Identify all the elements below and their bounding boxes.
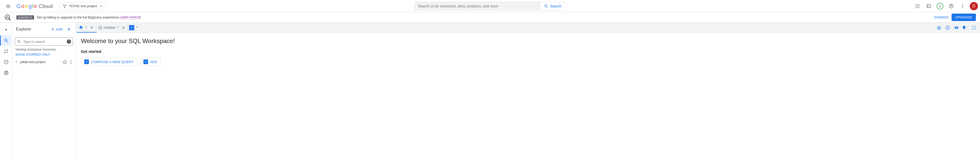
new-tab-plus[interactable] [129,25,134,30]
explorer-panel: Explorer ADD ? Viewing workspace resourc… [12,22,76,159]
tab-untitled[interactable]: Untitled [96,22,128,32]
tabbar-tools [935,22,980,32]
svg-rect-26 [956,27,957,27]
more-button[interactable] [958,1,968,11]
nav-menu-button[interactable] [2,0,14,12]
welcome-heading: Welcome to your SQL Workspace! [81,37,975,45]
row-more-button[interactable] [68,60,74,64]
features-button[interactable] [961,24,969,32]
svg-point-14 [962,7,963,8]
expand-arrow[interactable] [14,59,18,64]
svg-point-12 [962,4,963,5]
search-input[interactable] [418,4,537,8]
rail-data-transfer[interactable] [1,46,11,56]
project-name: YDTAK test project [69,4,97,8]
search-box[interactable] [415,2,540,11]
more-vert-icon [68,60,73,64]
svg-point-19 [71,61,72,62]
plus-icon [130,26,134,29]
collapse-icon [67,27,72,32]
workspace: Untitled Welcome to your SQL Workspace! … [76,22,980,159]
trial-status-button[interactable]: 1 [935,1,945,11]
info-icon [945,26,950,30]
explorer-title: Explorer [16,27,49,32]
fullscreen-button[interactable] [970,24,978,32]
tab-untitled-close[interactable] [121,25,126,31]
compose-query-button[interactable]: COMPOSE A NEW QUERY [81,58,137,66]
tab-home[interactable] [77,22,96,32]
explorer-subtext: Viewing workspace resources. [12,47,76,52]
query-icon [98,26,103,30]
bigquery-logo[interactable] [3,13,12,21]
search-button-label: Search [550,4,561,8]
explorer-add-label: ADD [56,27,63,31]
bigquery-icon [4,14,11,21]
star-icon [62,60,67,64]
dropdown-icon [116,26,119,29]
project-tree-row[interactable]: ydtak-test-project [12,58,76,66]
rail-sql-workspace[interactable] [1,35,11,46]
collapse-explorer-button[interactable] [65,25,73,33]
new-tab-button[interactable] [128,22,140,32]
apps-icon [915,3,920,9]
search-help-icon[interactable]: ? [67,40,71,43]
add-resource-button[interactable]: ADD [140,58,161,66]
svg-point-21 [99,26,102,29]
rail-menu-dot[interactable] [1,25,11,35]
tab-home-dropdown[interactable] [84,26,88,30]
upgrade-button[interactable]: UPGRADE [951,14,976,21]
project-icon [63,4,67,8]
svg-point-11 [918,7,919,8]
apps-button[interactable] [912,1,923,11]
plus-icon [144,60,147,63]
main-area: Explorer ADD ? Viewing workspace resourc… [0,22,980,159]
learn-more-link[interactable]: Learn more [120,15,137,19]
close-icon [122,26,125,29]
new-tab-dropdown[interactable] [135,25,139,30]
svg-rect-27 [957,27,958,27]
chevron-right-icon [14,59,18,64]
account-avatar[interactable]: D [970,2,978,10]
rail-scheduled[interactable] [1,57,11,67]
tab-untitled-dropdown[interactable] [116,26,119,30]
trial-badge: 1 [937,3,943,10]
cloud-shell-button[interactable] [924,1,934,11]
top-header: Google Cloud YDTAK test project Search 1… [0,0,980,12]
svg-point-17 [5,72,7,74]
shortcuts-button[interactable] [952,24,961,32]
google-cloud-logo[interactable]: Google Cloud [16,3,53,10]
project-picker[interactable]: YDTAK test project [60,2,107,10]
svg-rect-23 [955,26,958,29]
plus-fill-icon [143,59,148,64]
svg-point-6 [916,6,916,6]
help-button[interactable] [946,1,956,11]
header-utilities: 1 D [912,1,978,11]
svg-point-13 [962,6,963,6]
dismiss-button[interactable]: DISMISS [934,15,948,19]
home-shortcut-button[interactable] [935,24,943,32]
dropdown-icon [135,25,139,29]
dropdown-icon [99,4,103,8]
add-label: ADD [150,60,157,64]
plus-fill-icon [84,59,89,64]
close-icon [90,26,94,29]
tab-untitled-label: Untitled [104,26,115,29]
info-button[interactable] [943,24,952,32]
hamburger-icon [6,3,11,9]
clock-icon [3,59,9,64]
show-starred-link[interactable]: SHOW STARRED ONLY [12,52,76,58]
star-button[interactable] [62,60,68,64]
svg-point-3 [916,4,916,5]
svg-rect-24 [955,27,956,27]
svg-point-4 [917,4,918,5]
explorer-search-input[interactable] [15,37,73,46]
search-button[interactable]: Search [540,2,565,11]
cloud-word: Cloud [39,3,53,9]
plus-icon [51,27,55,31]
banner-actions: DISMISS UPGRADE [934,14,976,21]
explorer-add-button[interactable]: ADD [49,26,64,32]
sandbox-badge: SANDBOX [16,15,34,19]
tab-home-close[interactable] [89,25,94,30]
svg-point-20 [71,63,72,64]
rail-analytics-hub[interactable] [1,68,11,78]
